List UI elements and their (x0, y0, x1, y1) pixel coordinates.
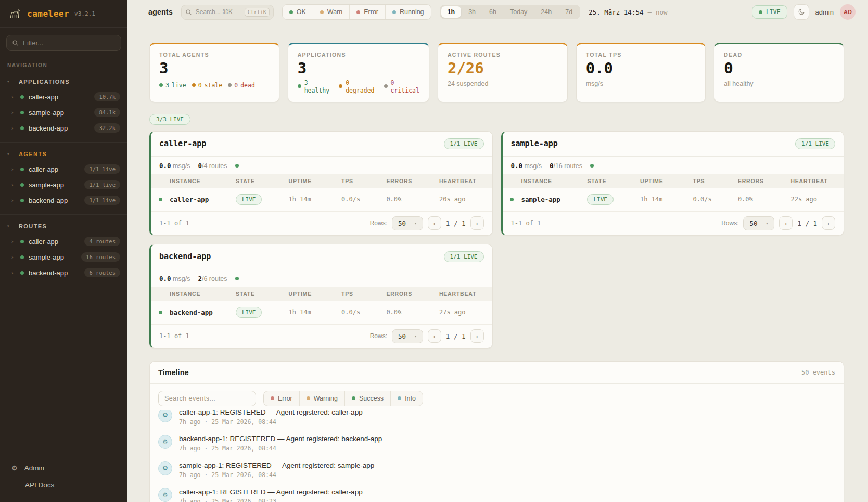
sidebar-item-applications-backend-app[interactable]: › backend-app 32.2k (0, 120, 127, 136)
sidebar-filter-input[interactable] (23, 39, 116, 47)
stat-value: 0 (724, 60, 834, 77)
apps-live-row: 3/3 LIVE (149, 114, 844, 125)
status-filter-warn[interactable]: Warn (313, 5, 349, 19)
app-live-badge: 1/1 LIVE (444, 251, 484, 262)
live-toggle[interactable]: LIVE (752, 5, 787, 19)
tps-value: 0.0/s (341, 196, 386, 203)
col-state: STATE (236, 291, 289, 297)
live-dot (759, 10, 762, 14)
col-state: STATE (236, 178, 289, 184)
global-search-input[interactable] (196, 8, 241, 16)
stat-sub: msg/s (586, 80, 696, 87)
status-dot (20, 271, 24, 275)
section-header-routes[interactable]: ▾ ROUTES (0, 220, 127, 234)
sidebar-item-label: caller-app (29, 93, 90, 101)
status-dot (20, 111, 24, 114)
section-header-agents[interactable]: ▾ AGENTS (0, 148, 127, 161)
time-range-3h[interactable]: 3h (462, 6, 482, 18)
date-range-picker[interactable]: 25. März 14:54 — now (589, 8, 667, 16)
next-page-button[interactable]: › (470, 216, 484, 230)
timeline-filter-error[interactable]: Error (264, 391, 299, 406)
time-range-today[interactable]: Today (504, 6, 533, 18)
rows-per-page-select[interactable]: 50▾ (392, 329, 423, 343)
section-title: AGENTS (19, 151, 47, 157)
sidebar-item-routes-caller-app[interactable]: › caller-app 4 routes (0, 234, 127, 249)
timeline-event[interactable]: ⚙ backend-app-1: REGISTERED — Agent regi… (158, 430, 835, 457)
health-dot (235, 277, 239, 280)
timeline-filter-success[interactable]: Success (344, 391, 390, 406)
page-indicator: 1 / 1 (446, 220, 466, 227)
section-header-applications[interactable]: ▾ APPLICATIONS (0, 75, 127, 89)
col-heartbeat: HEARTBEAT (439, 291, 492, 297)
time-range-group: 1h 3h 6h Today 24h 7d (440, 5, 581, 19)
tps-value: 0.0 (159, 275, 171, 282)
timeline-filter-info[interactable]: Info (390, 391, 423, 406)
stat-breakdown: 3live 0stale 0dead (159, 82, 270, 89)
table-row[interactable]: backend-app LIVE 1h 14m 0.0/s 0.0% 27s a… (151, 301, 492, 325)
collapse-caret-icon: ▾ (7, 224, 19, 228)
brand-name: cameleer (27, 9, 69, 19)
info-dot (398, 396, 401, 400)
date-range-start: 25. März 14:54 (589, 8, 643, 16)
timeline-search-input[interactable] (158, 391, 256, 406)
app-title: sample-app (511, 139, 558, 148)
timeline-event[interactable]: ⚙ sample-app-1: REGISTERED — Agent regis… (158, 457, 835, 483)
tps-value: 0.0/s (693, 196, 738, 203)
next-page-button[interactable]: › (470, 329, 484, 343)
uptime-value: 1h 14m (289, 308, 342, 316)
prev-page-button[interactable]: ‹ (428, 216, 441, 230)
time-range-7d[interactable]: 7d (559, 6, 579, 18)
sidebar-item-agents-sample-app[interactable]: › sample-app 1/1 live (0, 177, 127, 192)
global-search[interactable]: Ctrl+K (181, 5, 274, 20)
table-header: INSTANCE STATE UPTIME TPS ERRORS HEARTBE… (151, 287, 492, 301)
timeline-filter-group: Error Warning Success Info (263, 391, 423, 406)
status-filter-running[interactable]: Running (385, 5, 431, 19)
event-title: backend-app-1: REGISTERED — Agent regist… (179, 435, 382, 443)
errors-value: 0.0% (386, 196, 439, 203)
time-range-6h[interactable]: 6h (483, 6, 503, 18)
sidebar-item-applications-sample-app[interactable]: › sample-app 84.1k (0, 105, 127, 120)
sidebar-item-api-docs[interactable]: API Docs (0, 477, 127, 494)
filter-label: Error (278, 395, 292, 402)
rows-per-page-select[interactable]: 50▾ (392, 216, 423, 230)
sidebar-item-routes-backend-app[interactable]: › backend-app 6 routes (0, 265, 127, 280)
prev-page-button[interactable]: ‹ (779, 216, 793, 230)
sidebar-section-applications: ▾ APPLICATIONS › caller-app 10.7k › samp… (0, 70, 127, 142)
stat-card-dead: DEAD 0 all healthy (714, 43, 844, 102)
status-filter-error[interactable]: Error (349, 5, 385, 19)
timeline-event[interactable]: ⚙ caller-app-1: REGISTERED — Agent regis… (158, 483, 835, 502)
status-filter-ok[interactable]: OK (283, 5, 313, 19)
sidebar-item-routes-sample-app[interactable]: › sample-app 16 routes (0, 249, 127, 265)
prev-page-button[interactable]: ‹ (428, 329, 441, 343)
page-indicator: 1 / 1 (797, 220, 817, 227)
tps-unit: msg/s (173, 162, 190, 170)
theme-toggle-button[interactable] (794, 4, 809, 20)
sidebar-item-badge: 1/1 live (84, 164, 120, 174)
filter-label: Error (364, 8, 378, 16)
time-range-24h[interactable]: 24h (534, 6, 558, 18)
event-time: 7h ago · 25 Mar 2026, 08:44 (179, 471, 374, 479)
time-range-1h[interactable]: 1h (441, 6, 462, 18)
routes-total: /16 routes (553, 162, 582, 170)
next-page-button[interactable]: › (822, 216, 835, 230)
sidebar-item-badge: 6 routes (84, 268, 120, 277)
avatar[interactable]: AD (840, 4, 856, 20)
sidebar-footer: ⚙ Admin API Docs (0, 454, 127, 502)
sidebar-item-agents-caller-app[interactable]: › caller-app 1/1 live (0, 161, 127, 177)
filter-label: Running (400, 8, 424, 16)
caret-down-icon: ▾ (766, 221, 769, 226)
stale-dot (192, 83, 196, 87)
timeline-filter-warning[interactable]: Warning (299, 391, 344, 406)
rows-per-page-select[interactable]: 50▾ (743, 216, 774, 230)
table-row[interactable]: caller-app LIVE 1h 14m 0.0/s 0.0% 20s ag… (151, 188, 492, 212)
sidebar-item-agents-backend-app[interactable]: › backend-app 1/1 live (0, 192, 127, 208)
app-card-header: caller-app 1/1 LIVE (151, 132, 492, 157)
sidebar-item-applications-caller-app[interactable]: › caller-app 10.7k (0, 89, 127, 105)
sidebar-filter[interactable] (6, 35, 121, 51)
stat-value: 3 (298, 60, 419, 77)
username: admin (815, 8, 834, 16)
timeline-event[interactable]: ⚙ caller-app-1: REGISTERED — Agent regis… (158, 410, 835, 430)
table-row[interactable]: sample-app LIVE 1h 14m 0.0/s 0.0% 22s ag… (503, 188, 844, 212)
sidebar-item-admin[interactable]: ⚙ Admin (0, 459, 127, 477)
gear-icon: ⚙ (158, 410, 172, 422)
